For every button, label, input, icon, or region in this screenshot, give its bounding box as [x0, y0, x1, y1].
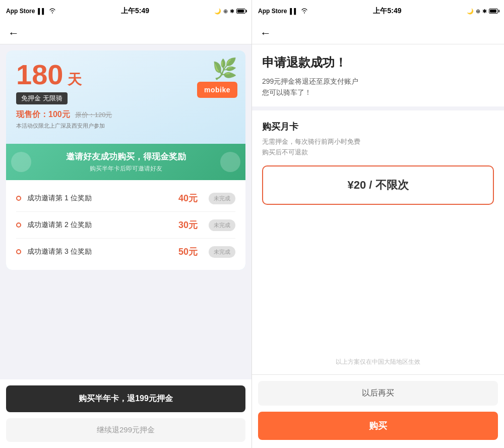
right-wifi-icon: [301, 8, 308, 15]
reward-amount-2: 30元: [178, 219, 198, 231]
buy-button[interactable]: 购买: [258, 412, 498, 440]
success-section: 申请退款成功！ 299元押金将退还至原支付账户 您可以骑车了！: [252, 44, 504, 110]
buy-half-year-button[interactable]: 购买半年卡，退199元押金: [6, 385, 245, 412]
left-buttons: 购买半年卡，退199元押金 继续退299元押金: [0, 379, 251, 448]
success-desc: 299元押金将退还至原支付账户 您可以骑车了！: [262, 76, 494, 98]
mobike-logo: mobike: [197, 82, 237, 98]
reward-dot-1: [16, 196, 21, 201]
left-bluetooth-icon: ✱: [230, 8, 234, 15]
left-status-carrier: App Store ▌▌: [6, 8, 56, 15]
right-status-carrier: App Store ▌▌: [258, 8, 308, 15]
right-signal-icon: ▌▌: [290, 8, 298, 14]
success-title: 申请退款成功！: [262, 54, 494, 71]
left-nav-bar: ←: [0, 22, 251, 44]
left-moon-icon: 🌙: [214, 8, 221, 15]
success-desc-line2: 您可以骑车了！: [262, 88, 311, 96]
invite-banner: 邀请好友成功购买，得现金奖励 购买半年卡后即可邀请好友: [6, 144, 245, 180]
left-carrier-text: App Store: [6, 8, 35, 15]
left-wifi-icon: [49, 8, 56, 15]
days-number: 180: [16, 59, 63, 90]
right-status-right: 🌙 ⊕ ✱: [467, 8, 498, 15]
reward-list: 成功邀请第 1 位奖励 40元 未完成 成功邀请第 2 位奖励 30元 未完成 …: [6, 180, 245, 270]
price-row: 现售价：100元 原价：120元: [16, 109, 235, 120]
left-signal-icon: ▌▌: [38, 8, 46, 14]
reward-amount-3: 50元: [178, 246, 198, 258]
left-back-button[interactable]: ←: [8, 28, 19, 39]
reward-item-2: 成功邀请第 2 位奖励 30元 未完成: [16, 212, 235, 239]
current-price-value: 100元: [48, 110, 70, 119]
right-bluetooth-icon: ✱: [482, 8, 487, 15]
right-battery-icon: [489, 9, 498, 14]
current-price: 现售价：100元: [16, 109, 70, 120]
current-price-label: 现售价：: [16, 110, 48, 119]
right-nav-bar: ←: [252, 22, 504, 44]
plan-card[interactable]: ¥20 / 不限次: [262, 165, 494, 205]
promo-card: 🌿 mobike 180 天 免押金 无限骑 现售价：100元: [6, 50, 245, 270]
leaf-icon: 🌿: [212, 59, 237, 79]
reward-dot-2: [16, 222, 21, 228]
monthly-section: 购买月卡 无需押金，每次骑行前两小时免费购买后不可退款 ¥20 / 不限次: [252, 110, 504, 358]
reward-label-2: 成功邀请第 2 位奖励: [27, 220, 172, 230]
reward-status-3: 未完成: [209, 246, 235, 258]
left-status-bar: App Store ▌▌ 上午5:49 🌙 ⊕ ✱: [0, 0, 251, 22]
restriction-text: 本活动仅限北上广深及西安用户参加: [16, 122, 235, 130]
promo-top: 🌿 mobike 180 天 免押金 无限骑 现售价：100元: [6, 50, 245, 144]
mobike-area: 🌿 mobike: [197, 59, 237, 98]
right-status-bar: App Store ▌▌ 上午5:49 🌙 ⊕ ✱: [252, 0, 504, 22]
days-unit: 天: [68, 72, 82, 87]
right-carrier-text: App Store: [258, 8, 287, 15]
phone-left: App Store ▌▌ 上午5:49 🌙 ⊕ ✱ ← 🌿: [0, 0, 252, 448]
notice-text: 以上方案仅在中国大陆地区生效: [252, 358, 504, 366]
reward-label-3: 成功邀请第 3 位奖励: [27, 247, 172, 256]
plan-price: ¥20 / 不限次: [347, 179, 408, 191]
reward-label-1: 成功邀请第 1 位奖励: [27, 194, 172, 203]
left-status-right: 🌙 ⊕ ✱: [214, 8, 245, 15]
right-moon-icon: 🌙: [467, 8, 474, 15]
left-location-icon: ⊕: [223, 8, 228, 15]
right-scroll: 申请退款成功！ 299元押金将退还至原支付账户 您可以骑车了！ 购买月卡 无需押…: [252, 44, 504, 374]
phone-right: App Store ▌▌ 上午5:49 🌙 ⊕ ✱ ← 申请退款成功！ 299元…: [252, 0, 504, 448]
invite-sub: 购买半年卡后即可邀请好友: [16, 164, 235, 173]
reward-amount-1: 40元: [178, 192, 198, 204]
reward-status-2: 未完成: [209, 219, 235, 231]
reward-item-3: 成功邀请第 3 位奖励 50元 未完成: [16, 239, 235, 265]
left-scroll: 🌿 mobike 180 天 免押金 无限骑 现售价：100元: [0, 44, 251, 379]
right-location-icon: ⊕: [476, 8, 480, 15]
success-desc-line1: 299元押金将退还至原支付账户: [262, 77, 358, 85]
reward-dot-3: [16, 249, 21, 254]
reward-item-1: 成功邀请第 1 位奖励 40元 未完成: [16, 185, 235, 212]
right-buttons: 以后再买 购买: [252, 374, 504, 448]
later-button[interactable]: 以后再买: [258, 381, 498, 406]
right-back-button[interactable]: ←: [260, 28, 271, 39]
monthly-title: 购买月卡: [262, 121, 494, 133]
reward-status-1: 未完成: [209, 193, 235, 204]
right-time: 上午5:49: [373, 7, 401, 16]
monthly-desc: 无需押金，每次骑行前两小时免费购买后不可退款: [262, 137, 494, 158]
left-battery-icon: [236, 9, 245, 14]
original-price: 原价：120元: [75, 110, 112, 120]
badge-free: 免押金 无限骑: [16, 92, 68, 104]
left-time: 上午5:49: [121, 7, 149, 16]
continue-refund-button[interactable]: 继续退299元押金: [6, 418, 245, 442]
invite-main: 邀请好友成功购买，得现金奖励: [16, 151, 235, 162]
